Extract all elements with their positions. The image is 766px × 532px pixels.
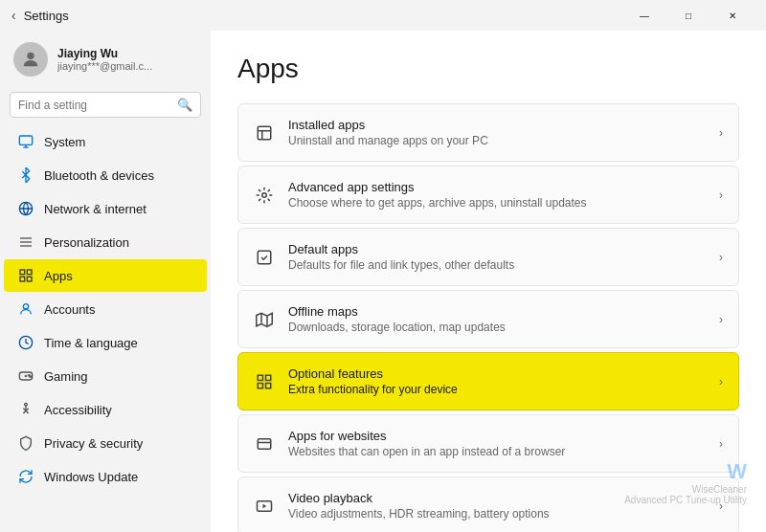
nav-icon-accounts: [17, 300, 34, 318]
sidebar-item-accounts[interactable]: Accounts: [4, 293, 207, 325]
sidebar-item-update[interactable]: Windows Update: [4, 460, 207, 493]
main-layout: Jiaying Wu jiaying***@gmail.c... 🔍 Syste…: [0, 31, 766, 532]
minimize-button[interactable]: —: [622, 0, 666, 31]
sidebar-item-personalization[interactable]: Personalization: [4, 226, 207, 258]
setting-icon-optional-features: [254, 371, 275, 392]
setting-item-text-apps-for-websites: Apps for websites Websites that can open…: [288, 429, 565, 458]
svg-rect-30: [258, 375, 262, 380]
setting-item-left-advanced-app-settings: Advanced app settings Choose where to ge…: [254, 180, 587, 210]
setting-item-left-video-playback: Video playback Video adjustments, HDR st…: [254, 491, 550, 521]
user-info: Jiaying Wu jiaying***@gmail.c...: [57, 47, 152, 72]
setting-item-text-default-apps: Default apps Defaults for file and link …: [288, 242, 514, 272]
sidebar-item-time[interactable]: Time & language: [4, 326, 207, 359]
svg-point-18: [30, 376, 31, 377]
setting-item-desc-optional-features: Extra functionality for your device: [288, 383, 458, 396]
window-title: Settings: [24, 9, 69, 23]
title-bar: ‹ Settings — □ ✕: [0, 0, 766, 31]
nav-label-time: Time & language: [44, 336, 138, 350]
setting-item-installed-apps[interactable]: Installed apps Uninstall and manage apps…: [237, 103, 739, 162]
user-profile[interactable]: Jiaying Wu jiaying***@gmail.c...: [0, 31, 211, 88]
setting-item-optional-features[interactable]: Optional features Extra functionality fo…: [237, 352, 739, 410]
svg-rect-34: [258, 438, 271, 449]
svg-point-19: [25, 403, 28, 406]
nav-icon-network: [17, 200, 34, 217]
nav-icon-apps: [17, 267, 34, 284]
chevron-icon-installed-apps: ›: [719, 126, 723, 140]
maximize-button[interactable]: □: [666, 0, 710, 31]
chevron-icon-optional-features: ›: [719, 375, 723, 388]
close-button[interactable]: ✕: [710, 0, 755, 31]
watermark-text-line2: Advanced PC Tune-up Utility: [624, 495, 747, 505]
title-bar-left: ‹ Settings: [11, 8, 69, 23]
setting-item-text-installed-apps: Installed apps Uninstall and manage apps…: [288, 118, 488, 147]
setting-item-desc-video-playback: Video adjustments, HDR streaming, batter…: [288, 507, 550, 521]
svg-point-0: [27, 53, 34, 59]
setting-item-desc-apps-for-websites: Websites that can open in an app instead…: [288, 445, 565, 458]
chevron-icon-apps-for-websites: ›: [719, 437, 723, 451]
chevron-icon-default-apps: ›: [719, 251, 723, 264]
content-area: Apps Installed apps Uninstall and manage…: [211, 31, 766, 532]
setting-item-text-advanced-app-settings: Advanced app settings Choose where to ge…: [288, 180, 587, 210]
sidebar: Jiaying Wu jiaying***@gmail.c... 🔍 Syste…: [0, 31, 211, 532]
setting-item-title-offline-maps: Offline maps: [288, 304, 506, 319]
sidebar-item-privacy[interactable]: Privacy & security: [4, 427, 207, 459]
setting-icon-offline-maps: [254, 309, 275, 330]
user-email: jiaying***@gmail.c...: [57, 60, 152, 72]
watermark-logo: W: [624, 459, 747, 484]
nav-icon-gaming: [17, 367, 34, 385]
setting-item-title-advanced-app-settings: Advanced app settings: [288, 180, 587, 194]
setting-icon-installed-apps: [254, 122, 275, 144]
setting-item-title-installed-apps: Installed apps: [288, 118, 488, 132]
svg-rect-9: [27, 270, 32, 275]
sidebar-item-apps[interactable]: Apps: [4, 259, 207, 292]
setting-item-text-video-playback: Video playback Video adjustments, HDR st…: [288, 491, 550, 521]
nav-icon-update: [17, 468, 34, 485]
setting-item-left-default-apps: Default apps Defaults for file and link …: [254, 242, 514, 272]
svg-rect-1: [19, 136, 32, 144]
search-box[interactable]: 🔍: [10, 92, 201, 118]
setting-item-desc-installed-apps: Uninstall and manage apps on your PC: [288, 134, 488, 147]
sidebar-item-accessibility[interactable]: Accessibility: [4, 393, 207, 426]
svg-rect-11: [27, 277, 32, 281]
svg-rect-33: [266, 383, 271, 388]
nav-label-accounts: Accounts: [44, 302, 95, 317]
nav-label-gaming: Gaming: [44, 369, 88, 384]
nav-label-privacy: Privacy & security: [44, 436, 143, 451]
svg-rect-8: [20, 270, 25, 275]
svg-point-26: [262, 192, 267, 197]
svg-point-12: [23, 304, 28, 309]
svg-rect-23: [258, 126, 271, 140]
watermark-text-line1: WiseCleaner: [624, 484, 747, 495]
setting-item-title-default-apps: Default apps: [288, 242, 514, 256]
sidebar-item-system[interactable]: System: [4, 125, 207, 158]
nav-label-network: Network & internet: [44, 202, 146, 216]
setting-item-desc-advanced-app-settings: Choose where to get apps, archive apps, …: [288, 196, 587, 210]
search-input[interactable]: [18, 99, 171, 112]
nav-icon-personalization: [17, 233, 34, 251]
sidebar-item-bluetooth[interactable]: Bluetooth & devices: [4, 159, 207, 191]
setting-item-offline-maps[interactable]: Offline maps Downloads, storage location…: [237, 290, 739, 348]
nav-label-system: System: [44, 135, 85, 149]
setting-item-left-offline-maps: Offline maps Downloads, storage location…: [254, 304, 506, 334]
svg-rect-31: [266, 375, 271, 380]
setting-item-title-optional-features: Optional features: [288, 366, 458, 381]
svg-rect-10: [20, 277, 25, 281]
avatar: [13, 42, 48, 77]
nav-label-personalization: Personalization: [44, 235, 129, 250]
chevron-icon-advanced-app-settings: ›: [719, 188, 723, 202]
svg-line-22: [26, 410, 29, 413]
setting-icon-default-apps: [254, 247, 275, 268]
chevron-icon-offline-maps: ›: [719, 313, 723, 326]
setting-item-advanced-app-settings[interactable]: Advanced app settings Choose where to ge…: [237, 166, 739, 224]
search-icon: 🔍: [177, 98, 192, 112]
setting-item-title-apps-for-websites: Apps for websites: [288, 429, 565, 443]
nav-label-bluetooth: Bluetooth & devices: [44, 168, 154, 183]
nav-icon-time: [17, 334, 34, 351]
nav-list: System Bluetooth & devices Network & int…: [0, 125, 211, 493]
sidebar-item-gaming[interactable]: Gaming: [4, 360, 207, 392]
sidebar-item-network[interactable]: Network & internet: [4, 192, 207, 225]
setting-item-default-apps[interactable]: Default apps Defaults for file and link …: [237, 228, 739, 286]
back-button[interactable]: ‹: [11, 8, 16, 23]
user-name: Jiaying Wu: [57, 47, 152, 60]
svg-marker-37: [263, 503, 267, 508]
